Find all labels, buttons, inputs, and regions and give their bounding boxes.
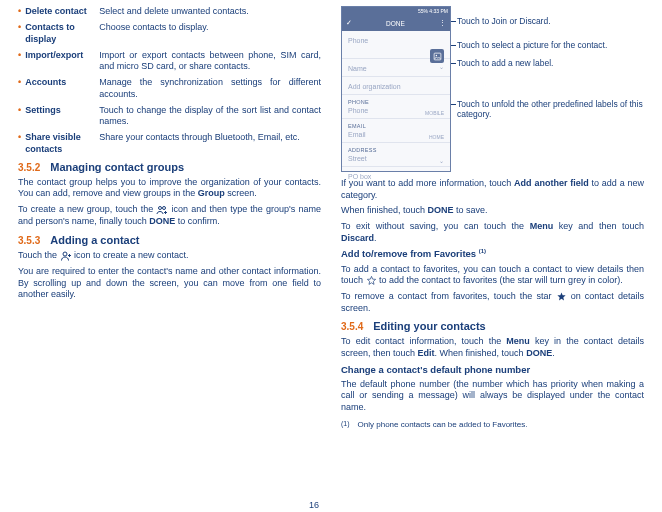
bullet-contacts-display: • Contacts to display Choose contacts to…: [18, 22, 321, 45]
section-title: Adding a contact: [50, 234, 139, 246]
callout-unfold: Touch to unfold the other predefined lab…: [457, 99, 644, 119]
check-icon[interactable]: ✓: [346, 19, 352, 27]
para-done-save: When finished, touch DONE to save.: [341, 205, 644, 217]
phone-actionbar[interactable]: ✓ DONE ⋮: [342, 15, 450, 31]
para-edit: To edit contact information, touch the M…: [341, 336, 644, 359]
left-column: • Delete contact Select and delete unwan…: [0, 0, 331, 512]
po-field[interactable]: PO box: [348, 171, 444, 182]
phone-po-section[interactable]: PO box: [342, 167, 450, 184]
para-353-2: You are required to enter the contact's …: [18, 266, 321, 301]
callout-new-label: Touch to add a new label.: [457, 58, 644, 68]
email-type-label[interactable]: HOME: [429, 134, 444, 140]
phone-type-label[interactable]: MOBILE: [425, 110, 444, 116]
status-text: 55% 4:33 PM: [418, 8, 448, 14]
right-column: 55% 4:33 PM ✓ DONE ⋮ Phone Name ⌄ Add or…: [331, 0, 662, 512]
section-number: 3.5.2: [18, 162, 40, 173]
svg-point-2: [63, 252, 67, 256]
callout-picture: Touch to select a picture for the contac…: [457, 40, 644, 50]
bullet-share-visible: • Share visible contacts Share your cont…: [18, 132, 321, 155]
bullet-desc: Share your contacts through Bluetooth, E…: [99, 132, 321, 155]
phone-org-section[interactable]: Add organization: [342, 77, 450, 95]
para-353-1: Touch the icon to create a new contact.: [18, 250, 321, 262]
bullet-desc: Manage the synchronization settings for …: [99, 77, 321, 100]
phone-name-section[interactable]: Name ⌄: [342, 59, 450, 77]
section-title: Managing contact groups: [50, 161, 184, 173]
bullet-dot: •: [18, 77, 21, 100]
street-field[interactable]: Street: [348, 153, 444, 164]
bullet-accounts: • Accounts Manage the synchronization se…: [18, 77, 321, 100]
phone-header-section: Phone: [342, 31, 450, 59]
page-number: 16: [0, 500, 331, 510]
bullet-desc: Touch to change the display of the sort …: [99, 105, 321, 128]
expand-arrow-icon[interactable]: ⌄: [439, 63, 444, 70]
phone-email-section: EMAIL Email HOME: [342, 119, 450, 143]
star-outline-icon: [366, 275, 377, 285]
phone-phone-section: PHONE Phone MOBILE: [342, 95, 450, 119]
name-field[interactable]: Name: [348, 63, 444, 74]
contact-add-icon: [60, 250, 72, 262]
bullet-delete-contact: • Delete contact Select and delete unwan…: [18, 6, 321, 17]
phone-diagram: 55% 4:33 PM ✓ DONE ⋮ Phone Name ⌄ Add or…: [341, 6, 644, 172]
section-number: 3.5.3: [18, 235, 40, 246]
bullet-settings: • Settings Touch to change the display o…: [18, 105, 321, 128]
para-352-1: The contact group helps you to improve t…: [18, 177, 321, 200]
subhead-change-default: Change a contact's default phone number: [341, 364, 644, 375]
bullet-dot: •: [18, 132, 21, 155]
bullet-dot: •: [18, 105, 21, 128]
bullet-term: Share visible contacts: [25, 132, 99, 155]
para-add-fav: To add a contact to favorites, you can t…: [341, 264, 644, 287]
para-default-number: The default phone number (the number whi…: [341, 379, 644, 414]
star-filled-icon: [556, 291, 567, 301]
svg-point-1: [163, 207, 166, 210]
phone-statusbar: 55% 4:33 PM: [342, 7, 450, 15]
bullet-dot: •: [18, 50, 21, 73]
group-add-icon: [156, 204, 168, 216]
bullet-desc: Choose contacts to display.: [99, 22, 321, 45]
done-label[interactable]: DONE: [386, 20, 405, 27]
footnote: (1) Only phone contacts can be added to …: [341, 420, 644, 429]
footnote-mark: (1): [341, 420, 350, 429]
bullet-dot: •: [18, 6, 21, 17]
bullet-term: Accounts: [25, 77, 99, 100]
phone-account-label: Phone: [348, 35, 444, 46]
bullet-dot: •: [18, 22, 21, 45]
para-remove-fav: To remove a contact from favorites, touc…: [341, 291, 644, 314]
bullet-term: Import/export: [25, 50, 99, 73]
callout-join-discard: Touch to Join or Discard.: [457, 16, 644, 26]
para-352-2: To create a new group, touch the icon an…: [18, 204, 321, 228]
section-number: 3.5.4: [341, 321, 363, 332]
svg-point-4: [435, 54, 437, 56]
expand-arrow-icon[interactable]: ⌄: [439, 157, 444, 164]
phone-address-section: ADDRESS Street ⌄: [342, 143, 450, 167]
bullet-term: Contacts to display: [25, 22, 99, 45]
menu-icon[interactable]: ⋮: [439, 19, 446, 27]
footnote-text: Only phone contacts can be added to Favo…: [358, 420, 528, 429]
section-353-heading: 3.5.3 Adding a contact: [18, 234, 321, 246]
bullet-desc: Select and delete unwanted contacts.: [99, 6, 321, 17]
callouts: Touch to Join or Discard. Touch to selec…: [457, 6, 644, 172]
section-352-heading: 3.5.2 Managing contact groups: [18, 161, 321, 173]
phone-mock: 55% 4:33 PM ✓ DONE ⋮ Phone Name ⌄ Add or…: [341, 6, 451, 172]
org-field[interactable]: Add organization: [348, 81, 444, 92]
bullet-import-export: • Import/export Import or export contact…: [18, 50, 321, 73]
bullet-term: Settings: [25, 105, 99, 128]
para-discard: To exit without saving, you can touch th…: [341, 221, 644, 244]
bullet-desc: Import or export contacts between phone,…: [99, 50, 321, 73]
subhead-favorites: Add to/remove from Favorites (1): [341, 248, 644, 259]
bullet-term: Delete contact: [25, 6, 99, 17]
section-title: Editing your contacts: [373, 320, 485, 332]
section-354-heading: 3.5.4 Editing your contacts: [341, 320, 644, 332]
svg-point-0: [159, 207, 162, 210]
